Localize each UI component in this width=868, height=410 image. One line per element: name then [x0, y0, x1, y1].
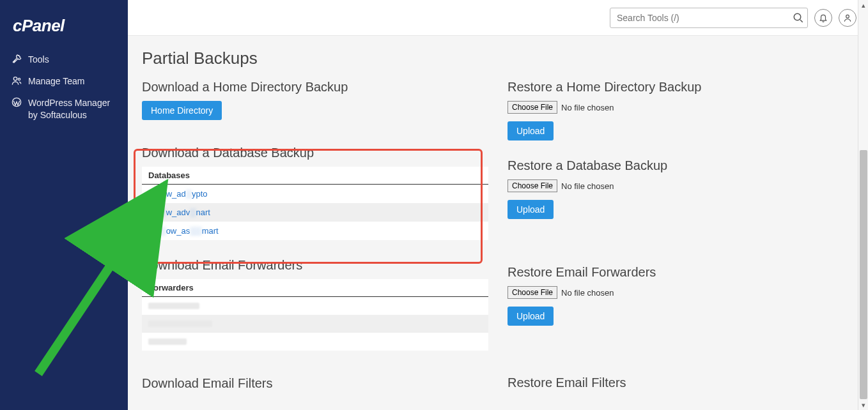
- svg-point-3: [794, 13, 801, 20]
- blurred: ▒▒▒: [148, 208, 166, 217]
- choose-file-button[interactable]: Choose File: [508, 179, 557, 192]
- blurred: ▒: [186, 189, 192, 199]
- wordpress-icon: [12, 97, 22, 107]
- section-restore-home-dir: Restore a Home Directory Backup Choose F…: [508, 80, 854, 140]
- sidebar-item-manage-team[interactable]: Manage Team: [0, 70, 128, 92]
- no-file-text: No file chosen: [561, 103, 614, 112]
- file-row: Choose File No file chosen: [508, 179, 854, 192]
- columns: Download a Home Directory Backup Home Di…: [142, 80, 854, 409]
- db-text: w_adv: [166, 208, 190, 217]
- search-icon[interactable]: [793, 12, 804, 24]
- blurred: ▒▒▒: [148, 189, 166, 199]
- scroll-thumb[interactable]: [860, 150, 867, 399]
- main-content: Partial Backups Download a Home Director…: [128, 36, 868, 410]
- table-row[interactable]: ▒▒▒w_ad▒ypto: [142, 185, 488, 203]
- upload-button[interactable]: Upload: [508, 121, 554, 140]
- table-row[interactable]: ▒▒▒w_adv▒nart: [142, 203, 488, 222]
- section-title: Restore a Database Backup: [508, 158, 854, 173]
- db-text: mart: [202, 226, 219, 236]
- table-row[interactable]: [142, 315, 488, 333]
- table-row[interactable]: [142, 297, 488, 315]
- file-row: Choose File No file chosen: [508, 286, 854, 299]
- section-download-home-dir: Download a Home Directory Backup Home Di…: [142, 80, 488, 120]
- upload-button[interactable]: Upload: [508, 307, 554, 326]
- sidebar-item-label: Tools: [28, 54, 49, 65]
- section-title: Download Email Filters: [142, 376, 488, 391]
- section-restore-filters: Restore Email Filters: [508, 376, 854, 390]
- blurred: ▒▒▒: [148, 226, 166, 236]
- top-bar: [128, 0, 868, 36]
- team-icon: [12, 75, 22, 86]
- left-column: Download a Home Directory Backup Home Di…: [142, 80, 488, 409]
- sidebar-item-tools[interactable]: Tools: [0, 49, 128, 70]
- tools-icon: [12, 54, 22, 64]
- account-button[interactable]: [839, 9, 856, 27]
- notifications-button[interactable]: [814, 9, 832, 27]
- upload-button[interactable]: Upload: [508, 200, 554, 219]
- table-row[interactable]: [142, 333, 488, 351]
- section-download-forwarders: Download Email Forwarders Forwarders: [142, 258, 488, 351]
- section-title: Restore Email Filters: [508, 376, 854, 390]
- db-text: ow_as: [166, 226, 190, 236]
- no-file-text: No file chosen: [561, 181, 614, 191]
- table-header: Forwarders: [142, 279, 488, 297]
- db-link[interactable]: ▒▒▒ow_as▒▒mart: [148, 226, 219, 236]
- svg-point-1: [18, 79, 20, 80]
- db-link[interactable]: ▒▒▒w_ad▒ypto: [148, 189, 208, 199]
- bell-icon: [819, 13, 828, 22]
- section-download-filters: Download Email Filters: [142, 376, 488, 391]
- file-row: Choose File No file chosen: [508, 101, 854, 114]
- page-title: Partial Backups: [142, 49, 854, 68]
- db-text: nart: [196, 208, 210, 217]
- scroll-up-icon[interactable]: ▴: [858, 0, 868, 10]
- databases-table: Databases ▒▒▒w_ad▒ypto ▒▒▒w_adv▒nart ▒: [142, 167, 488, 240]
- blurred: ▒: [190, 208, 196, 217]
- scrollbar[interactable]: ▴ ▾: [858, 0, 868, 410]
- search-input[interactable]: [610, 8, 808, 28]
- section-title: Download a Database Backup: [142, 146, 488, 160]
- user-icon: [843, 13, 852, 22]
- sidebar-item-label: WordPress Manager by Softaculous: [28, 97, 116, 120]
- sidebar: cPanel Tools Manage Team WordPress Manag…: [0, 0, 128, 410]
- section-restore-forwarders: Restore Email Forwarders Choose File No …: [508, 265, 854, 326]
- no-file-text: No file chosen: [561, 288, 614, 298]
- section-title: Restore Email Forwarders: [508, 265, 854, 280]
- search-wrapper: [610, 8, 808, 28]
- section-download-db: Download a Database Backup Databases ▒▒▒…: [142, 146, 488, 240]
- svg-point-0: [13, 77, 17, 80]
- sidebar-item-label: Manage Team: [28, 75, 84, 87]
- section-restore-db: Restore a Database Backup Choose File No…: [508, 158, 854, 219]
- section-title: Download a Home Directory Backup: [142, 80, 488, 95]
- db-text: w_ad: [166, 189, 186, 199]
- db-text: ypto: [192, 189, 208, 199]
- section-title: Restore a Home Directory Backup: [508, 80, 854, 95]
- home-directory-button[interactable]: Home Directory: [142, 101, 222, 120]
- table-header: Databases: [142, 167, 488, 185]
- svg-point-4: [846, 15, 849, 18]
- brand-text: cPanel: [13, 16, 65, 35]
- choose-file-button[interactable]: Choose File: [508, 101, 557, 114]
- table-row[interactable]: ▒▒▒ow_as▒▒mart: [142, 222, 488, 240]
- right-column: Restore a Home Directory Backup Choose F…: [508, 80, 854, 409]
- forwarders-table: Forwarders: [142, 279, 488, 351]
- section-title: Download Email Forwarders: [142, 258, 488, 273]
- blurred: ▒▒: [190, 226, 201, 236]
- db-link[interactable]: ▒▒▒w_adv▒nart: [148, 208, 210, 217]
- scroll-down-icon[interactable]: ▾: [858, 400, 868, 410]
- logo: cPanel: [0, 13, 128, 49]
- sidebar-item-wordpress[interactable]: WordPress Manager by Softaculous: [0, 92, 128, 125]
- choose-file-button[interactable]: Choose File: [508, 286, 557, 299]
